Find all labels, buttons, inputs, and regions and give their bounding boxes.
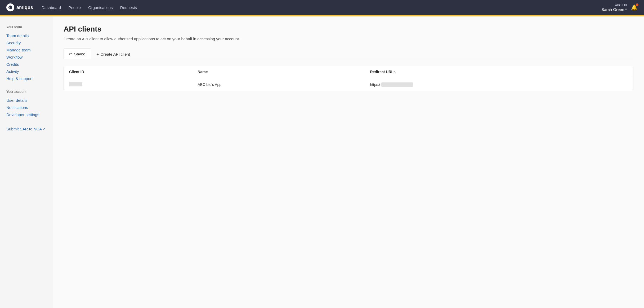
api-clients-table-container: Client ID Name Redirect URLs ABC Ltd's A… (64, 66, 633, 91)
sidebar: Your team Team details Security Manage t… (0, 16, 53, 308)
table-header-row: Client ID Name Redirect URLs (64, 66, 633, 78)
col-header-redirect-urls: Redirect URLs (365, 66, 633, 78)
tab-create-api-client[interactable]: + Create API client (91, 49, 136, 59)
create-tab-icon: + (97, 52, 99, 56)
sidebar-item-security[interactable]: Security (6, 39, 47, 46)
nav-dashboard[interactable]: Dashboard (42, 5, 61, 10)
nav-people[interactable]: People (68, 5, 81, 10)
sidebar-item-activity[interactable]: Activity (6, 68, 47, 75)
chevron-down-icon: ▾ (625, 7, 627, 11)
redirect-url-blur (381, 82, 413, 87)
top-navigation: a amiqus Dashboard People Organisations … (0, 0, 644, 15)
topnav-right: ABC Ltd Sarah Green ▾ 🔔 (601, 3, 638, 12)
nav-organisations[interactable]: Organisations (88, 5, 113, 10)
notifications-bell[interactable]: 🔔 (631, 4, 638, 11)
team-section: Your team Team details Security Manage t… (6, 25, 47, 82)
page-description: Create an API client to allow authorised… (64, 37, 633, 41)
notification-badge (636, 3, 638, 6)
account-section-label: Your account (6, 90, 47, 94)
sidebar-item-manage-team[interactable]: Manage team (6, 46, 47, 54)
sidebar-item-notifications[interactable]: Notifications (6, 104, 47, 111)
tab-saved[interactable]: ⇌ Saved (64, 49, 91, 59)
col-header-name: Name (192, 66, 365, 78)
cell-redirect-url: https:/ (365, 78, 633, 91)
logo-icon: a (6, 3, 14, 11)
sidebar-item-team-details[interactable]: Team details (6, 32, 47, 39)
table-header: Client ID Name Redirect URLs (64, 66, 633, 78)
sidebar-item-workflow[interactable]: Workflow (6, 54, 47, 61)
sidebar-bottom: Submit SAR to NCA ↗ (6, 127, 47, 131)
table-row[interactable]: ABC Ltd's App https:/ (64, 78, 633, 91)
saved-tab-label: Saved (74, 52, 86, 56)
user-menu[interactable]: ABC Ltd Sarah Green ▾ (601, 3, 627, 12)
sidebar-item-user-details[interactable]: User details (6, 97, 47, 104)
main-content: API clients Create an API client to allo… (53, 16, 644, 308)
external-link-icon: ↗ (43, 127, 45, 131)
cell-client-id (64, 78, 192, 91)
col-header-client-id: Client ID (64, 66, 192, 78)
sidebar-item-help-support[interactable]: Help & support (6, 75, 47, 82)
submit-sar-link[interactable]: Submit SAR to NCA ↗ (6, 127, 47, 131)
sidebar-item-credits[interactable]: Credits (6, 61, 47, 68)
create-tab-label: Create API client (100, 52, 130, 56)
cell-name: ABC Ltd's App (192, 78, 365, 91)
redirect-url-text: https:/ (370, 82, 413, 87)
logo[interactable]: a amiqus (6, 3, 33, 11)
team-section-label: Your team (6, 25, 47, 29)
logo-text: amiqus (16, 5, 33, 10)
sidebar-item-developer-settings[interactable]: Developer settings (6, 111, 47, 118)
nav-links: Dashboard People Organisations Requests (42, 5, 593, 10)
username: Sarah Green ▾ (601, 7, 627, 12)
nav-requests[interactable]: Requests (120, 5, 137, 10)
saved-tab-icon: ⇌ (69, 51, 73, 56)
page-title: API clients (64, 25, 633, 33)
table-body: ABC Ltd's App https:/ (64, 78, 633, 91)
api-clients-table: Client ID Name Redirect URLs ABC Ltd's A… (64, 66, 633, 91)
account-section: Your account User details Notifications … (6, 90, 47, 118)
svg-text:a: a (9, 7, 10, 9)
client-id-placeholder (69, 82, 82, 86)
company-name: ABC Ltd (601, 3, 627, 7)
tabs-container: ⇌ Saved + Create API client (64, 49, 633, 59)
page-layout: Your team Team details Security Manage t… (0, 16, 644, 308)
